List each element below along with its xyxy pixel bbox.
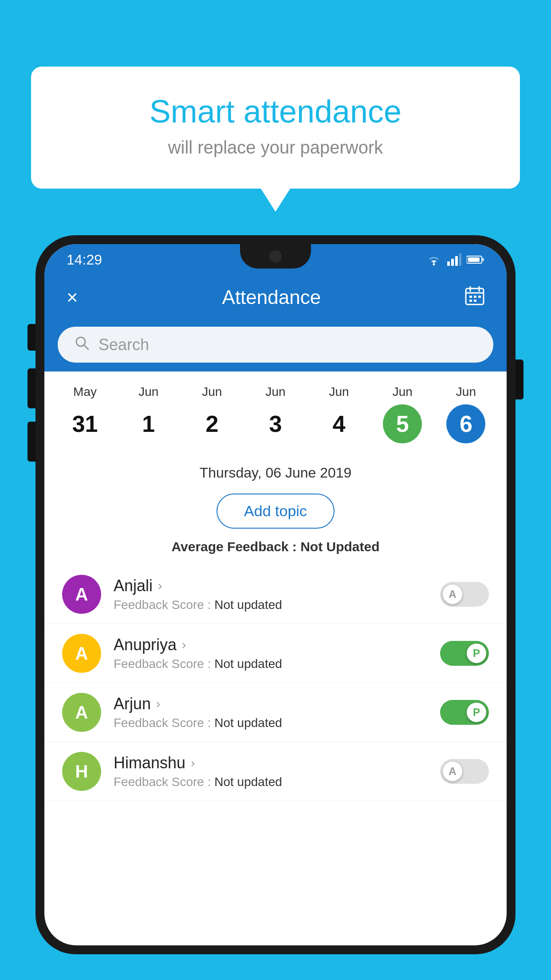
svg-rect-14 bbox=[469, 300, 472, 302]
toggle-switch[interactable]: A bbox=[440, 759, 489, 784]
speech-bubble: Smart attendance will replace your paper… bbox=[31, 67, 520, 189]
calendar-strip: May31Jun1Jun2Jun3Jun4Jun5Jun6 bbox=[44, 371, 507, 452]
calendar-day-31[interactable]: May31 bbox=[61, 385, 110, 443]
avg-feedback-value: Not Updated bbox=[300, 539, 379, 554]
battery-icon bbox=[467, 255, 484, 265]
search-bar-container: Search bbox=[44, 320, 507, 371]
student-list: AAnjali ›Feedback Score : Not updatedAAA… bbox=[44, 565, 507, 801]
phone-outer: 14:29 bbox=[35, 235, 516, 954]
student-avatar: A bbox=[62, 693, 101, 732]
student-name: Anjali › bbox=[114, 577, 428, 595]
student-info: Anupriya ›Feedback Score : Not updated bbox=[114, 636, 428, 671]
student-item[interactable]: HHimanshu ›Feedback Score : Not updatedA bbox=[44, 742, 507, 801]
calendar-day-6[interactable]: Jun6 bbox=[441, 385, 490, 443]
day-number: 1 bbox=[129, 404, 168, 443]
status-time: 14:29 bbox=[67, 252, 102, 268]
toggle-knob: A bbox=[443, 762, 462, 781]
day-number: 2 bbox=[193, 404, 232, 443]
phone-notch bbox=[240, 244, 311, 269]
calendar-day-4[interactable]: Jun4 bbox=[315, 385, 363, 443]
calendar-icon[interactable] bbox=[465, 286, 484, 309]
student-item[interactable]: AAnjali ›Feedback Score : Not updatedA bbox=[44, 565, 507, 624]
attendance-toggle[interactable]: P bbox=[440, 641, 489, 666]
front-camera bbox=[269, 250, 282, 263]
calendar-day-2[interactable]: Jun2 bbox=[188, 385, 236, 443]
student-item[interactable]: AArjun ›Feedback Score : Not updatedP bbox=[44, 683, 507, 742]
add-topic-button[interactable]: Add topic bbox=[216, 494, 335, 529]
student-name: Anupriya › bbox=[114, 636, 428, 654]
day-number: 3 bbox=[256, 404, 295, 443]
toggle-knob: P bbox=[467, 644, 486, 663]
svg-rect-6 bbox=[482, 258, 484, 261]
attendance-toggle[interactable]: A bbox=[440, 582, 489, 607]
student-name: Himanshu › bbox=[114, 754, 428, 772]
chevron-icon: › bbox=[158, 579, 162, 593]
student-avatar: A bbox=[62, 575, 101, 614]
search-placeholder: Search bbox=[98, 336, 149, 354]
day-month: Jun bbox=[138, 385, 158, 399]
svg-rect-1 bbox=[447, 261, 450, 266]
chevron-icon: › bbox=[156, 697, 160, 711]
wifi-icon bbox=[426, 253, 442, 266]
toggle-knob: A bbox=[443, 585, 462, 604]
student-info: Arjun ›Feedback Score : Not updated bbox=[114, 695, 428, 730]
status-icons bbox=[426, 253, 484, 266]
svg-rect-4 bbox=[459, 253, 461, 266]
close-button[interactable]: × bbox=[67, 286, 78, 308]
svg-rect-12 bbox=[469, 296, 472, 298]
day-month: Jun bbox=[329, 385, 349, 399]
toggle-knob: P bbox=[467, 703, 486, 722]
day-month: Jun bbox=[265, 385, 285, 399]
app-header: × Attendance bbox=[44, 275, 507, 320]
day-number: 4 bbox=[319, 404, 358, 443]
svg-rect-15 bbox=[474, 300, 476, 302]
student-info: Himanshu ›Feedback Score : Not updated bbox=[114, 754, 428, 789]
toggle-switch[interactable]: A bbox=[440, 582, 489, 607]
bubble-title: Smart attendance bbox=[67, 93, 484, 130]
day-month: Jun bbox=[456, 385, 476, 399]
day-number: 5 bbox=[383, 404, 422, 443]
phone-btn-left-bot bbox=[28, 422, 35, 462]
avg-feedback-label: Average Feedback : bbox=[171, 539, 296, 554]
student-item[interactable]: AAnupriya ›Feedback Score : Not updatedP bbox=[44, 624, 507, 683]
day-number: 31 bbox=[66, 404, 105, 443]
phone-btn-right bbox=[516, 360, 523, 399]
student-feedback: Feedback Score : Not updated bbox=[114, 657, 428, 671]
speech-bubble-container: Smart attendance will replace your paper… bbox=[31, 67, 520, 189]
bubble-subtitle: will replace your paperwork bbox=[67, 138, 484, 158]
svg-rect-13 bbox=[474, 296, 476, 298]
calendar-day-1[interactable]: Jun1 bbox=[124, 385, 173, 443]
calendar-day-3[interactable]: Jun3 bbox=[251, 385, 300, 443]
attendance-toggle[interactable]: A bbox=[440, 759, 489, 784]
chevron-icon: › bbox=[182, 638, 186, 652]
student-feedback: Feedback Score : Not updated bbox=[114, 775, 428, 789]
header-title: Attendance bbox=[222, 286, 321, 308]
phone-btn-left-top bbox=[28, 324, 35, 351]
signal-icon bbox=[447, 253, 461, 266]
student-avatar: A bbox=[62, 634, 101, 673]
search-bar[interactable]: Search bbox=[58, 327, 493, 363]
toggle-switch[interactable]: P bbox=[440, 641, 489, 666]
chevron-icon: › bbox=[191, 756, 195, 770]
svg-rect-3 bbox=[455, 256, 458, 266]
svg-point-0 bbox=[433, 263, 435, 265]
student-info: Anjali ›Feedback Score : Not updated bbox=[114, 577, 428, 612]
calendar-day-5[interactable]: Jun5 bbox=[378, 385, 427, 443]
day-month: Jun bbox=[393, 385, 413, 399]
phone-btn-left-mid bbox=[28, 368, 35, 408]
student-name: Arjun › bbox=[114, 695, 428, 713]
attendance-toggle[interactable]: P bbox=[440, 700, 489, 725]
selected-date-label: Thursday, 06 June 2019 bbox=[44, 452, 507, 488]
student-feedback: Feedback Score : Not updated bbox=[114, 598, 428, 612]
svg-rect-7 bbox=[468, 257, 480, 262]
avg-feedback: Average Feedback : Not Updated bbox=[44, 539, 507, 565]
student-avatar: H bbox=[62, 752, 101, 791]
svg-rect-2 bbox=[451, 259, 454, 266]
svg-rect-16 bbox=[478, 296, 481, 298]
toggle-switch[interactable]: P bbox=[440, 700, 489, 725]
add-topic-container: Add topic bbox=[44, 488, 507, 539]
phone-inner: 14:29 bbox=[44, 244, 507, 945]
day-month: May bbox=[73, 385, 97, 399]
search-icon bbox=[74, 335, 90, 355]
student-feedback: Feedback Score : Not updated bbox=[114, 716, 428, 730]
